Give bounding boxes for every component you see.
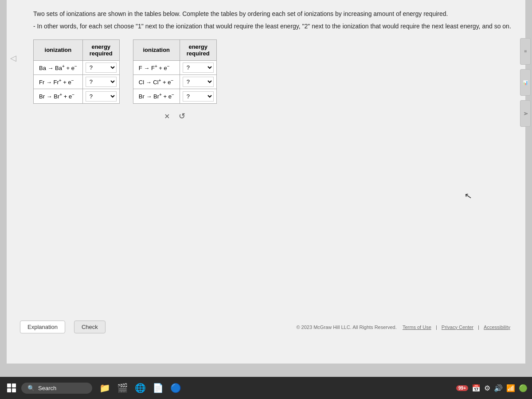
dropdown-br2[interactable]: ? 1 2 3	[180, 89, 216, 103]
table-row: F → F+ + e− ? 1 2 3	[133, 60, 216, 74]
ionization-br1: Br → Br+ + e−	[34, 89, 83, 103]
check-button[interactable]: Check	[74, 321, 106, 333]
taskbar-apps: 📁 🎬 🌐 📄 🔵	[97, 380, 184, 396]
taskbar-search[interactable]: 🔍 Search	[21, 383, 92, 394]
select-f[interactable]: ? 1 2 3	[183, 63, 214, 73]
table2-wrapper: ionization energyrequired F → F+ + e− ? …	[133, 39, 217, 104]
start-button[interactable]	[4, 381, 19, 395]
table-row: Cl → Cl+ + e− ? 1 2 3	[133, 75, 216, 89]
ionization-fr: Fr → Fr+ + e−	[34, 75, 83, 89]
explanation-button[interactable]: Explanation	[20, 321, 65, 333]
windows-logo	[7, 383, 16, 392]
taskbar-calendar-icon[interactable]: 📅	[472, 384, 481, 392]
ionization-cl: Cl → Cl+ + e−	[133, 75, 180, 89]
table-row: Br → Br+ + e− ? 1 2 3	[133, 89, 216, 103]
copyright-text: © 2023 McGraw Hill LLC. All Rights Reser…	[296, 325, 396, 330]
tables-container: ionization energyrequired Ba → Ba+ + e− …	[33, 39, 512, 104]
dropdown-br1[interactable]: ? 1 2 3	[82, 89, 119, 103]
dropdown-ba[interactable]: ? 1 2 3	[82, 60, 119, 74]
table-row: Fr → Fr+ + e− ? 1 2 3	[34, 75, 120, 89]
dropdown-fr[interactable]: ? 1 2 3	[82, 75, 119, 89]
copyright-area: © 2023 McGraw Hill LLC. All Rights Reser…	[296, 325, 512, 330]
ionization-br2: Br → Br+ + e−	[133, 89, 180, 103]
table-row: Br → Br+ + e− ? 1 2 3	[34, 89, 120, 103]
ionization-ba: Ba → Ba+ + e−	[34, 60, 83, 74]
instruction-line1: Two sets of ionizations are shown in the…	[33, 9, 512, 19]
terms-link[interactable]: Terms of Use	[403, 325, 431, 330]
main-content: ◁ Two sets of ionizations are shown in t…	[7, 0, 525, 364]
table2: ionization energyrequired F → F+ + e− ? …	[133, 39, 217, 104]
privacy-link[interactable]: Privacy Center	[442, 325, 473, 330]
taskbar-sound-icon[interactable]: 🔊	[494, 384, 503, 392]
action-icons: × ↺	[164, 111, 185, 121]
taskbar-app-chrome[interactable]: 🔵	[168, 380, 184, 396]
taskbar-app-pdf[interactable]: 📄	[150, 380, 166, 396]
taskbar-network-icon[interactable]: 📶	[506, 384, 515, 392]
table1-col2-header: energyrequired	[82, 39, 119, 60]
sidebar-btn-top[interactable]: ≡	[520, 38, 531, 65]
instruction-line2: - In other words, for each set choose "1…	[33, 21, 512, 31]
ionization-f: F → F+ + e−	[133, 60, 180, 74]
taskbar-right: 99+ 📅 ⚙ 🔊 📶 🟢	[456, 384, 528, 392]
select-fr[interactable]: ? 1 2 3	[86, 77, 117, 87]
table-row: Ba → Ba+ + e− ? 1 2 3	[34, 60, 120, 74]
right-sidebar: ≡ 📊 A	[519, 35, 532, 129]
select-cl[interactable]: ? 1 2 3	[183, 77, 214, 87]
table2-col2-header: energyrequired	[180, 39, 216, 60]
select-br1[interactable]: ? 1 2 3	[86, 91, 117, 102]
undo-button[interactable]: ↺	[179, 111, 185, 121]
instructions: Two sets of ionizations are shown in the…	[33, 9, 512, 31]
table1-col1-header: ionization	[34, 39, 83, 60]
notification-badge: 99+	[456, 385, 468, 391]
sidebar-btn-bot[interactable]: A	[520, 100, 531, 127]
taskbar-settings-icon[interactable]: ⚙	[484, 384, 490, 392]
left-edge-indicator: ◁	[10, 53, 16, 63]
dropdown-f[interactable]: ? 1 2 3	[180, 60, 216, 74]
dropdown-cl[interactable]: ? 1 2 3	[180, 75, 216, 89]
clear-button[interactable]: ×	[164, 111, 170, 121]
taskbar-chrome-icon[interactable]: 🟢	[519, 384, 528, 392]
taskbar: 🔍 Search 📁 🎬 🌐 📄 🔵 99+ 📅 ⚙ 🔊 📶 🟢	[0, 377, 532, 399]
search-label: Search	[38, 385, 56, 391]
table1: ionization energyrequired Ba → Ba+ + e− …	[33, 39, 120, 104]
taskbar-app-file-explorer[interactable]: 📁	[97, 380, 113, 396]
search-icon: 🔍	[27, 385, 35, 391]
taskbar-app-browser[interactable]: 🌐	[132, 380, 148, 396]
bottom-bar: Explanation Check © 2023 McGraw Hill LLC…	[7, 317, 525, 337]
select-br2[interactable]: ? 1 2 3	[183, 91, 214, 102]
cursor-indicator: ↖	[464, 190, 473, 202]
accessibility-link[interactable]: Accessibility	[484, 325, 510, 330]
select-ba[interactable]: ? 1 2 3	[86, 63, 117, 73]
sidebar-btn-mid[interactable]: 📊	[520, 69, 531, 96]
taskbar-app-video[interactable]: 🎬	[114, 380, 130, 396]
table2-col1-header: ionization	[133, 39, 180, 60]
table1-wrapper: ionization energyrequired Ba → Ba+ + e− …	[33, 39, 120, 104]
